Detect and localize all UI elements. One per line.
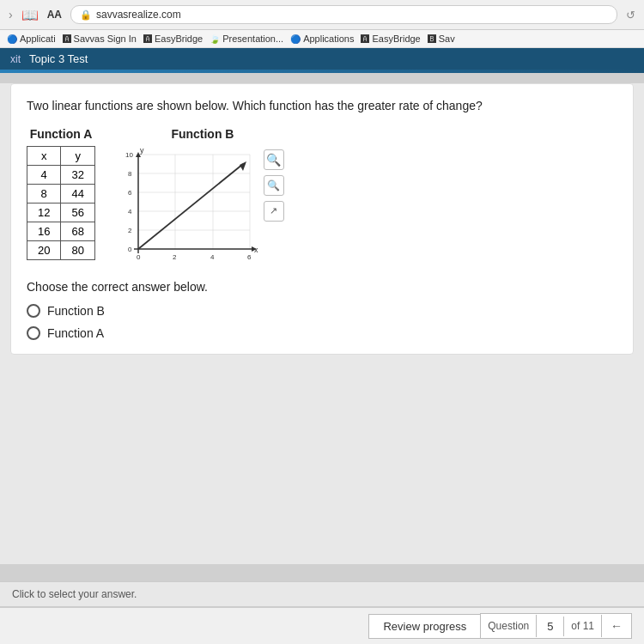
lock-icon: 🔒 [80, 9, 92, 21]
table-row: 2080 [27, 240, 95, 259]
bottom-status-bar: Click to select your answer. [0, 581, 644, 606]
content-area: Two linear functions are shown below. Wh… [0, 83, 644, 564]
svg-text:4: 4 [210, 253, 215, 261]
svg-text:4: 4 [128, 208, 132, 216]
bookmark-icon-sav: 🅱 [428, 34, 436, 44]
graph-container: x y 0 2 4 6 0 2 4 6 8 [121, 146, 258, 266]
bookmark-label-sav: Sav [439, 33, 455, 44]
topic-title: Topic 3 Test [29, 52, 88, 65]
functions-row: Function A x y 432844125616682080 Functi… [27, 127, 617, 266]
zoom-out-button[interactable]: 🔍 [264, 175, 284, 196]
function-a-label: Function A [30, 127, 93, 141]
table-row: 1668 [27, 222, 95, 240]
option-function-a[interactable]: Function A [27, 326, 617, 340]
svg-text:6: 6 [247, 253, 252, 261]
table-cell: 16 [27, 222, 61, 240]
graph-wrapper: x y 0 2 4 6 0 2 4 6 8 [121, 146, 284, 266]
of-total: of 11 [564, 615, 602, 637]
function-a-section: Function A x y 432844125616682080 [27, 127, 95, 260]
reload-button[interactable]: ↺ [626, 9, 635, 21]
function-b-section: Function B [121, 127, 284, 266]
bookmarks-bar: 🔵 Applicati 🅰 Savvas Sign In 🅰 EasyBridg… [0, 30, 644, 48]
table-cell: 44 [61, 184, 94, 203]
bookmark-icon-savvas: 🅰 [63, 34, 71, 44]
footer-nav: Review progress Question 5 of 11 ← [0, 606, 644, 644]
bookmark-savvas[interactable]: 🅰 Savvas Sign In [63, 33, 137, 44]
svg-text:10: 10 [125, 151, 133, 159]
bookmark-easybridge2[interactable]: 🅰 EasyBridge [361, 33, 420, 44]
aa-button[interactable]: AA [47, 9, 62, 21]
radio-function-a[interactable] [27, 326, 40, 340]
bookmark-presentation[interactable]: 🍃 Presentation... [210, 33, 283, 44]
next-arrow-button[interactable]: ← [602, 614, 631, 638]
svg-text:8: 8 [128, 170, 132, 178]
bookmark-icon-applications: 🔵 [290, 34, 301, 44]
svg-text:6: 6 [128, 189, 132, 197]
zoom-in-button[interactable]: 🔍 [264, 149, 284, 170]
option-function-a-label: Function A [47, 326, 104, 340]
review-progress-button[interactable]: Review progress [368, 614, 480, 639]
svg-text:x: x [254, 246, 258, 254]
question-number: 5 [537, 617, 564, 636]
question-text: Two linear functions are shown below. Wh… [27, 98, 617, 115]
radio-function-b[interactable] [27, 304, 40, 318]
svg-text:y: y [140, 146, 144, 155]
table-row: 1256 [27, 203, 95, 222]
bookmark-label-applications: Applications [303, 33, 354, 44]
expand-button[interactable]: ↗ [264, 201, 284, 222]
url-bar[interactable]: 🔒 savvasrealize.com [70, 5, 617, 24]
bookmark-label-applicati: Applicati [20, 33, 56, 44]
exit-link[interactable]: xit [10, 53, 21, 65]
bookmark-icon-easybridge1: 🅰 [143, 34, 152, 44]
bookmark-icon-presentation: 🍃 [210, 34, 220, 44]
table-header-y: y [61, 146, 94, 165]
browser-bar: › 📖 AA 🔒 savvasrealize.com ↺ [0, 0, 644, 30]
question-nav: Question 5 of 11 ← [480, 613, 632, 639]
bookmark-easybridge1[interactable]: 🅰 EasyBridge [143, 33, 203, 44]
svg-text:0: 0 [137, 253, 141, 261]
bookmark-applications[interactable]: 🔵 Applications [290, 33, 354, 44]
table-row: 844 [27, 184, 95, 203]
option-function-b[interactable]: Function B [27, 304, 617, 318]
top-nav: xit Topic 3 Test [0, 48, 644, 70]
bookmark-icon-easybridge2: 🅰 [361, 34, 369, 44]
accent-line [0, 70, 644, 73]
bookmark-sav[interactable]: 🅱 Sav [428, 33, 455, 44]
function-b-label: Function B [171, 127, 234, 141]
svg-text:0: 0 [128, 246, 132, 253]
table-row: 432 [27, 165, 95, 184]
svg-text:2: 2 [128, 227, 132, 234]
bookmark-label-easybridge2: EasyBridge [372, 33, 420, 44]
option-function-b-label: Function B [47, 304, 105, 318]
table-cell: 4 [27, 165, 61, 184]
table-cell: 80 [61, 240, 94, 259]
bookmark-label-easybridge1: EasyBridge [155, 33, 203, 44]
table-cell: 20 [27, 240, 61, 259]
table-header-x: x [27, 146, 61, 165]
table-cell: 32 [61, 165, 94, 184]
question-container: Two linear functions are shown below. Wh… [10, 83, 634, 355]
back-button[interactable]: › [9, 8, 13, 21]
table-cell: 56 [61, 203, 94, 222]
svg-line-26 [138, 164, 243, 249]
table-cell: 8 [27, 184, 61, 203]
graph-svg: x y 0 2 4 6 0 2 4 6 8 [121, 146, 258, 266]
bookmark-label-presentation: Presentation... [222, 33, 283, 44]
question-label: Question [481, 615, 537, 637]
status-text: Click to select your answer. [12, 588, 137, 600]
svg-text:2: 2 [173, 253, 177, 261]
answer-options: Function B Function A [27, 304, 617, 340]
table-cell: 12 [27, 203, 61, 222]
table-cell: 68 [61, 222, 94, 240]
bookmark-applicati[interactable]: 🔵 Applicati [7, 33, 56, 44]
bookmark-label-savvas: Savvas Sign In [74, 33, 137, 44]
bookmark-icon-applicati: 🔵 [7, 34, 17, 44]
choose-text: Choose the correct answer below. [27, 280, 617, 294]
function-a-table: x y 432844125616682080 [27, 146, 95, 260]
graph-tools: 🔍 🔍 ↗ [264, 146, 284, 222]
book-icon: 📖 [21, 7, 39, 23]
url-text: savvasrealize.com [96, 9, 181, 21]
svg-marker-27 [240, 161, 246, 171]
